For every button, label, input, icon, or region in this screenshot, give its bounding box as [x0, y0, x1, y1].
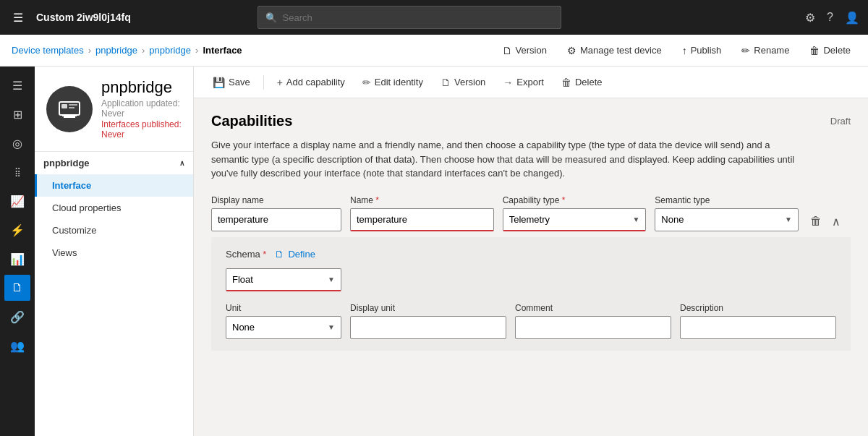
capability-type-field: Telemetry ▼: [503, 208, 647, 231]
search-icon: 🔍: [265, 12, 277, 23]
manage-test-device-button[interactable]: ⚙ Manage test device: [561, 42, 668, 59]
name-field: [350, 208, 494, 231]
sidebar-item-views[interactable]: Views: [35, 241, 193, 264]
comment-input[interactable]: [515, 316, 671, 339]
col-display-name: Display name: [211, 195, 341, 205]
unit-select[interactable]: None ▼: [226, 316, 341, 339]
nav-data-icon[interactable]: 📊: [4, 246, 30, 272]
hamburger-icon[interactable]: ☰: [9, 8, 27, 27]
edit-identity-button[interactable]: ✏ Edit identity: [355, 72, 430, 93]
svg-rect-5: [69, 104, 77, 106]
capability-column-headers: Display name Name * Capability type * Se…: [211, 195, 851, 205]
settings-icon[interactable]: ⚙: [805, 11, 815, 25]
save-button[interactable]: 💾 Save: [205, 72, 258, 93]
nav-devices-icon[interactable]: ◎: [4, 130, 30, 156]
nav-dashboard-icon[interactable]: ⊞: [4, 101, 30, 127]
publish-icon: ↑: [682, 45, 687, 56]
sidebar-item-customize[interactable]: Customize: [35, 219, 193, 241]
nav-analytics-icon[interactable]: 📈: [4, 188, 30, 214]
unit-label: Unit: [226, 303, 341, 313]
content-area: 💾 Save + Add capability ✏ Edit identity …: [194, 67, 868, 436]
nav-apps-icon[interactable]: ⣿: [4, 159, 30, 185]
rename-button[interactable]: ✏ Rename: [736, 42, 795, 59]
interfaces-status: Interfaces published: Never: [101, 119, 182, 140]
top-nav-actions: ⚙ ? 👤: [805, 11, 859, 25]
comment-label: Comment: [515, 303, 671, 313]
sub-header-actions: 🗋 Version ⚙ Manage test device ↑ Publish…: [496, 42, 856, 59]
sidebar-header: pnpbridge Application updated: Never Int…: [35, 67, 193, 152]
breadcrumb-device-templates[interactable]: Device templates: [12, 45, 84, 56]
manage-icon: ⚙: [567, 45, 576, 56]
nav-hamburger-icon[interactable]: ☰: [4, 72, 30, 98]
version-button[interactable]: 🗋 Version: [496, 42, 553, 59]
display-name-input[interactable]: [211, 208, 341, 231]
breadcrumb-pnpbridge-1[interactable]: pnpbridge: [95, 45, 137, 56]
breadcrumb-pnpbridge-2[interactable]: pnpbridge: [149, 45, 191, 56]
user-icon[interactable]: 👤: [845, 11, 859, 25]
search-bar: 🔍: [258, 6, 561, 29]
define-icon: 🗋: [275, 249, 284, 260]
sidebar-item-cloud-properties[interactable]: Cloud properties: [35, 197, 193, 219]
help-icon[interactable]: ?: [827, 11, 833, 24]
description-input[interactable]: [680, 316, 836, 339]
device-avatar: [46, 86, 93, 132]
capability-row-1: Telemetry ▼ None ▼ 🗑 ∧: [211, 208, 851, 231]
device-name: pnpbridge: [101, 78, 182, 97]
capability-type-arrow: ▼: [632, 215, 639, 223]
nav-rules-icon[interactable]: ⚡: [4, 217, 30, 243]
content-toolbar: 💾 Save + Add capability ✏ Edit identity …: [194, 67, 868, 98]
left-icon-nav: ☰ ⊞ ◎ ⣿ 📈 ⚡ 📊 🗋 🔗 👥: [0, 67, 35, 436]
define-button[interactable]: 🗋 Define: [275, 249, 315, 260]
export-button[interactable]: → Export: [495, 72, 551, 93]
delete-row-button[interactable]: 🗑: [807, 212, 825, 231]
delete-toolbar-icon: 🗑: [561, 77, 571, 88]
version-toolbar-button[interactable]: 🗋 Version: [433, 72, 493, 93]
app-title: Custom 2iw9l0j14fq: [36, 12, 131, 23]
publish-button[interactable]: ↑ Publish: [676, 42, 728, 59]
unit-field: Unit None ▼: [226, 303, 341, 339]
sidebar: pnpbridge Application updated: Never Int…: [35, 67, 194, 436]
semantic-type-arrow: ▼: [785, 215, 792, 223]
semantic-type-select[interactable]: None ▼: [655, 208, 799, 231]
display-name-field: [211, 208, 341, 231]
breadcrumb-current: Interface: [203, 45, 242, 56]
sidebar-nav: pnpbridge ∧ Interface Cloud properties C…: [35, 152, 193, 436]
sidebar-group-pnpbridge[interactable]: pnpbridge ∧: [35, 152, 193, 174]
edit-icon: ✏: [362, 77, 371, 88]
delete-header-button[interactable]: 🗑 Delete: [804, 42, 856, 59]
name-input[interactable]: [350, 208, 494, 231]
add-capability-button[interactable]: + Add capability: [270, 72, 352, 93]
breadcrumb: Device templates › pnpbridge › pnpbridge…: [12, 45, 242, 56]
nav-org-icon[interactable]: 🔗: [4, 304, 30, 330]
nav-users-icon[interactable]: 👥: [4, 333, 30, 359]
page-content: Capabilities Draft Give your interface a…: [194, 98, 868, 436]
rename-icon: ✏: [741, 45, 750, 56]
svg-rect-6: [69, 107, 75, 108]
display-unit-label: Display unit: [350, 303, 506, 313]
chevron-up-icon: ∧: [179, 159, 184, 167]
capabilities-title: Capabilities: [211, 113, 292, 129]
delete-toolbar-button[interactable]: 🗑 Delete: [554, 72, 610, 93]
svg-rect-4: [61, 104, 67, 108]
device-info: pnpbridge Application updated: Never Int…: [101, 78, 182, 140]
search-input[interactable]: [283, 12, 553, 23]
capabilities-header: Capabilities Draft: [211, 113, 851, 129]
application-status: Application updated: Never: [101, 98, 182, 119]
schema-header: Schema * 🗋 Define: [226, 249, 836, 260]
col-capability-type: Capability type *: [503, 195, 647, 205]
sidebar-group-label: pnpbridge: [43, 158, 90, 168]
draft-badge: Draft: [830, 116, 851, 127]
version-icon: 🗋: [502, 45, 512, 56]
export-icon: →: [503, 77, 513, 88]
top-navigation: ☰ Custom 2iw9l0j14fq 🔍 ⚙ ? 👤: [0, 0, 868, 35]
version-toolbar-icon: 🗋: [441, 77, 451, 88]
collapse-row-button[interactable]: ∧: [829, 212, 843, 231]
nav-template-icon[interactable]: 🗋: [4, 275, 30, 301]
semantic-type-field: None ▼: [655, 208, 799, 231]
description-label: Description: [680, 303, 836, 313]
sidebar-item-interface[interactable]: Interface: [35, 174, 193, 197]
display-unit-input[interactable]: [350, 316, 506, 339]
col-semantic-type: Semantic type: [655, 195, 799, 205]
capability-type-select[interactable]: Telemetry ▼: [503, 208, 647, 231]
schema-type-select[interactable]: Float ▼: [226, 268, 341, 291]
